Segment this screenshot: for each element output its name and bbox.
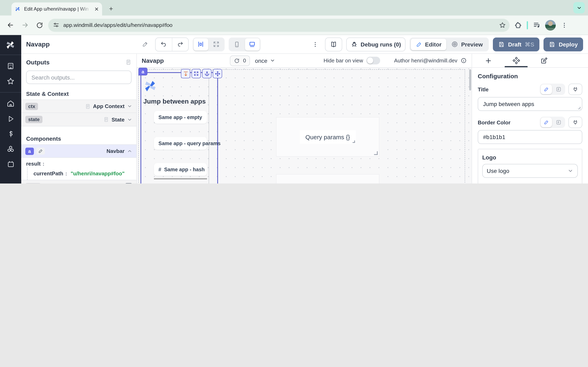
outputs-title: Outputs	[26, 59, 50, 66]
workspace-icon[interactable]	[3, 59, 18, 73]
window-chevron-button[interactable]	[573, 2, 585, 13]
component-id-tag[interactable]: a	[138, 68, 147, 75]
ctx-badge: ctx	[25, 103, 38, 110]
title-fx-button[interactable]	[553, 84, 564, 94]
border-connect-button[interactable]	[568, 117, 582, 128]
component-row-container-e[interactable]: e Container	[21, 180, 136, 184]
undo-button[interactable]	[156, 38, 172, 51]
app-sidebar-rail	[0, 35, 21, 184]
selection-right-line	[217, 72, 218, 184]
logo-select[interactable]: Use logo	[482, 164, 578, 178]
editor-tab[interactable]: Editor	[411, 39, 447, 50]
site-settings-icon[interactable]	[53, 22, 59, 28]
refresh-count-button[interactable]: 0	[230, 55, 250, 66]
title-mode-toggle	[540, 83, 565, 95]
home-icon[interactable]	[3, 97, 18, 110]
title-static-button[interactable]	[541, 84, 552, 94]
editor-canvas[interactable]: a	[137, 68, 472, 184]
url-text[interactable]: app.windmill.dev/apps/edit/u/henri/navap…	[63, 22, 493, 28]
forward-icon[interactable]	[19, 19, 31, 31]
tab-close-icon[interactable]: ✕	[94, 6, 99, 12]
border-color-label: Border Color	[478, 119, 510, 125]
active-item-underline	[154, 178, 207, 179]
query-params-container[interactable]: Query params {}	[276, 117, 379, 157]
variables-icon[interactable]	[3, 127, 18, 141]
back-icon[interactable]	[4, 19, 16, 31]
profile-avatar[interactable]	[545, 20, 556, 30]
fullscreen-component-button[interactable]	[191, 69, 201, 78]
more-options-icon[interactable]	[310, 39, 321, 50]
state-context-heading: State & Context	[21, 89, 136, 100]
desktop-view-button[interactable]	[245, 38, 260, 50]
deploy-button[interactable]: Deploy	[544, 37, 583, 51]
full-width-button[interactable]	[209, 38, 224, 50]
configuration-heading: Configuration	[478, 73, 582, 80]
anchor-button[interactable]	[202, 69, 212, 78]
border-color-input[interactable]	[482, 131, 578, 143]
hash-container[interactable]: Hash: "f	[276, 174, 379, 184]
hide-bar-toggle[interactable]	[366, 57, 380, 64]
move-button[interactable]	[213, 69, 222, 78]
new-tab-button[interactable]: +	[106, 4, 116, 14]
ctx-type: App Context	[93, 103, 125, 109]
deploy-label: Deploy	[559, 41, 578, 48]
debug-runs-button[interactable]: Debug runs (0)	[346, 37, 406, 51]
url-bar[interactable]: app.windmill.dev/apps/edit/u/henri/navap…	[48, 18, 510, 32]
tab-title: Edit App u/henri/navapp | Win	[24, 6, 91, 12]
outputs-doc-icon[interactable]	[125, 59, 131, 65]
collapse-icon[interactable]	[125, 183, 132, 184]
component-edit-icon[interactable]	[36, 148, 45, 155]
browser-tabstrip: Edit App u/henri/navapp | Win ✕ +	[0, 0, 588, 16]
rename-app-icon[interactable]	[140, 39, 151, 50]
runs-icon[interactable]	[3, 112, 18, 125]
schedules-icon[interactable]	[3, 157, 18, 171]
expand-down-button[interactable]	[181, 69, 190, 78]
border-static-button[interactable]	[541, 117, 552, 127]
logo-group: Logo Use logo Source	[478, 149, 582, 184]
result-key-row[interactable]: result:	[21, 158, 136, 167]
canvas-scrollbar[interactable]	[469, 69, 471, 91]
centered-layout-button[interactable]	[194, 38, 208, 50]
reload-icon[interactable]	[34, 19, 46, 31]
search-input[interactable]	[31, 74, 127, 81]
nav-item-query-params[interactable]: Same app - query params	[154, 137, 207, 150]
favorites-icon[interactable]	[3, 74, 18, 88]
component-row-navbar[interactable]: a Navbar	[21, 144, 136, 158]
styling-tab[interactable]	[538, 54, 550, 67]
canvas-app-title: Navapp	[142, 57, 164, 64]
logo-heading: Logo	[482, 154, 578, 161]
media-controls-icon[interactable]	[530, 19, 543, 31]
redo-button[interactable]	[172, 38, 188, 51]
browser-menu-icon[interactable]	[558, 19, 571, 31]
draft-label: Draft	[508, 41, 521, 48]
windmill-logo[interactable]	[5, 40, 16, 50]
currentpath-row[interactable]: currentPath: "u/henri/navapp#foo"	[27, 167, 136, 180]
border-fx-button[interactable]	[553, 117, 564, 127]
author-info-icon[interactable]	[461, 58, 467, 64]
resources-icon[interactable]	[3, 142, 18, 156]
logo-select-value: Use logo	[487, 167, 509, 174]
state-type: State	[112, 117, 125, 123]
app-header: Navapp Debug r	[21, 35, 588, 54]
result-key: result	[26, 161, 41, 167]
mobile-view-button[interactable]	[229, 38, 244, 50]
hash-icon: #	[158, 167, 161, 172]
outputs-search[interactable]	[26, 71, 131, 84]
nav-item-same-app-empty[interactable]: Same app - empty	[154, 111, 207, 124]
preview-label: Preview	[461, 41, 483, 48]
draft-button[interactable]: Draft ⌘S	[493, 37, 540, 51]
ctx-row[interactable]: ctx App Context	[21, 100, 136, 113]
preview-tab[interactable]: Preview	[447, 39, 488, 50]
insert-tab[interactable]	[483, 54, 494, 67]
currentpath-key: currentPath	[34, 170, 63, 176]
run-mode-dropdown[interactable]: once	[255, 57, 275, 64]
nav-item-hash[interactable]: # Same app - hash	[154, 163, 207, 176]
browser-tab[interactable]: Edit App u/henri/navapp | Win ✕	[11, 2, 102, 16]
title-input[interactable]	[482, 98, 578, 110]
component-settings-tab[interactable]	[510, 54, 522, 67]
docs-button[interactable]	[325, 37, 342, 51]
bookmark-star-icon[interactable]	[497, 20, 507, 30]
state-row[interactable]: state State	[21, 113, 136, 126]
title-connect-button[interactable]	[568, 83, 582, 95]
extensions-icon[interactable]	[512, 19, 524, 31]
